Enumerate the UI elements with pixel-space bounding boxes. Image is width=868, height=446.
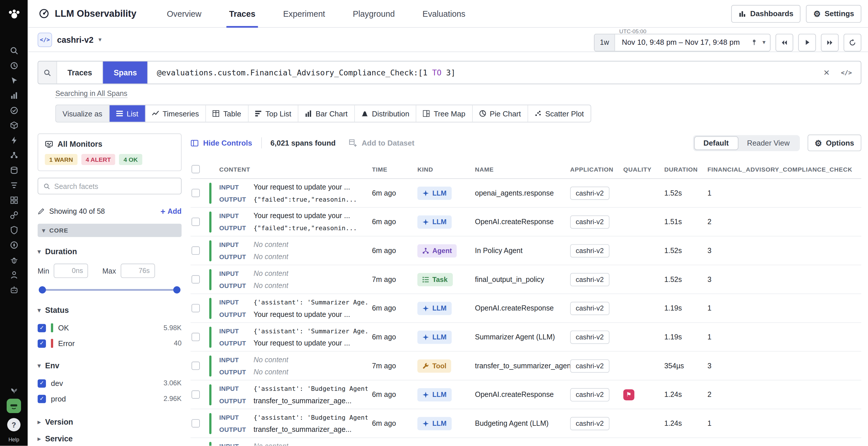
facet-group-core[interactable]: ▾ CORE	[37, 224, 181, 237]
table-row[interactable]: INPUT {'assistant': 'Budgeting Agent'} O…	[190, 380, 861, 409]
content-cell[interactable]: INPUT {'assistant': 'Budgeting Agent'} O…	[219, 382, 372, 407]
tab-evaluations[interactable]: Evaluations	[409, 0, 479, 27]
content-cell[interactable]: INPUT Your request to update your ... OU…	[219, 210, 372, 234]
facet-status-ok[interactable]: ✓ OK 5.98K	[37, 320, 181, 336]
column-kind[interactable]: KIND	[417, 166, 475, 173]
pin-icon[interactable]	[751, 39, 758, 46]
span-name[interactable]: final_output_in_policy	[475, 275, 570, 284]
dashboards-button[interactable]: Dashboards	[732, 5, 801, 22]
quality-flag-icon[interactable]: ⚑	[623, 389, 634, 400]
span-name[interactable]: OpenAI.createResponse	[475, 304, 570, 312]
kind-badge[interactable]: LLM	[417, 302, 451, 315]
monitor-ok-badge[interactable]: 4 OK	[119, 154, 142, 165]
rail-cursor-icon[interactable]	[9, 76, 19, 86]
rail-bug-icon[interactable]	[9, 255, 19, 265]
rail-apm-icon[interactable]	[9, 210, 19, 220]
add-to-dataset-button[interactable]: Add to Dataset	[349, 139, 414, 147]
rail-dashboards-icon[interactable]	[9, 240, 19, 250]
time-range-picker[interactable]: 1w Nov 10, 9:48 pm – Nov 17, 9:48 pm ▾	[594, 33, 770, 51]
time-play-button[interactable]	[798, 33, 816, 51]
row-checkbox[interactable]	[191, 217, 200, 226]
row-checkbox[interactable]	[191, 333, 200, 341]
table-row[interactable]: INPUT No content OUTPUT No content 7m ag…	[190, 352, 861, 380]
kind-badge[interactable]: Task	[417, 273, 453, 286]
viz-option-timeseries[interactable]: Timeseries	[146, 105, 206, 122]
rail-service-mgmt-icon[interactable]	[9, 270, 19, 279]
select-all-checkbox[interactable]	[191, 165, 200, 173]
viz-option-bar-chart[interactable]: Bar Chart	[299, 105, 355, 122]
user-avatar[interactable]	[7, 398, 21, 413]
kind-badge[interactable]: Agent	[417, 244, 457, 257]
rail-usage-icon[interactable]	[9, 166, 19, 175]
span-name[interactable]: In Policy Agent	[475, 246, 570, 255]
facet-status-header[interactable]: ▾ Status	[37, 306, 181, 315]
application-selector[interactable]: </> cashri-v2 ▾	[37, 32, 101, 47]
settings-button[interactable]: ⚙ Settings	[806, 5, 861, 22]
table-row[interactable]: INPUT Your request to update your ... OU…	[190, 208, 861, 237]
options-button[interactable]: ⚙ Options	[807, 135, 861, 151]
rail-lightning-icon[interactable]	[9, 136, 19, 145]
query-code-icon[interactable]: </>	[841, 69, 852, 76]
column-application[interactable]: APPLICATION	[570, 166, 623, 173]
rail-history-icon[interactable]	[9, 61, 19, 70]
tab-overview[interactable]: Overview	[153, 0, 215, 27]
kind-badge[interactable]: LLM	[417, 417, 451, 430]
facet-env-header[interactable]: ▾ Env	[37, 361, 181, 370]
span-name[interactable]: Summarizer Agent (LLM)	[475, 333, 570, 341]
rail-integrations-icon[interactable]	[9, 121, 19, 130]
viz-option-pie-chart[interactable]: Pie Chart	[473, 105, 528, 122]
time-preset-chip[interactable]: 1w	[594, 34, 615, 51]
application-pill[interactable]: cashri-v2	[570, 388, 610, 401]
application-pill[interactable]: cashri-v2	[570, 186, 610, 200]
column-time[interactable]: TIME	[372, 166, 417, 173]
rail-infrastructure-icon[interactable]	[9, 196, 19, 205]
tab-experiment[interactable]: Experiment	[270, 0, 339, 27]
content-cell[interactable]: INPUT {'assistant': 'Summarizer Age... O…	[219, 325, 372, 349]
span-name[interactable]: OpenAI.createResponse	[475, 390, 570, 398]
viz-option-list[interactable]: List	[110, 105, 146, 122]
table-row[interactable]: INPUT {'assistant': 'Summarizer Age... O…	[190, 294, 861, 323]
duration-max-input[interactable]	[120, 263, 155, 278]
facet-env-dev[interactable]: ✓ dev 3.06K	[37, 376, 181, 391]
facet-env-prod[interactable]: ✓ prod 2.96K	[37, 391, 181, 407]
search-tab-traces[interactable]: Traces	[57, 62, 103, 84]
column-name[interactable]: NAME	[475, 166, 570, 173]
rail-logs-icon[interactable]	[9, 181, 19, 190]
facet-status-error[interactable]: ✓ Error 40	[37, 336, 181, 351]
checkbox-checked[interactable]: ✓	[37, 339, 46, 348]
help-icon[interactable]: ?	[7, 418, 21, 431]
slider-handle-max[interactable]	[173, 286, 181, 294]
kind-badge[interactable]: LLM	[417, 215, 451, 229]
view-default-button[interactable]: Default	[694, 136, 738, 150]
tab-playground[interactable]: Playground	[339, 0, 409, 27]
content-cell[interactable]: INPUT Your request to update your ... OU…	[219, 181, 372, 205]
search-tab-spans[interactable]: Spans	[103, 62, 148, 84]
row-checkbox[interactable]	[191, 362, 200, 370]
column-duration[interactable]: DURATION	[664, 166, 708, 173]
row-checkbox[interactable]	[191, 390, 200, 398]
rail-bits-ai-icon[interactable]	[9, 384, 19, 394]
application-pill[interactable]: cashri-v2	[570, 330, 610, 344]
checkbox-checked[interactable]: ✓	[37, 394, 46, 403]
checkbox-checked[interactable]: ✓	[37, 379, 46, 387]
table-row[interactable]: INPUT No content OUTPUT No content 6m ag…	[190, 237, 861, 265]
time-forward-button[interactable]	[821, 33, 839, 51]
application-pill[interactable]: cashri-v2	[570, 359, 610, 372]
row-checkbox[interactable]	[191, 275, 200, 284]
viz-option-scatter-plot[interactable]: Scatter Plot	[528, 105, 590, 122]
content-cell[interactable]: INPUT No content OUTPUT No content	[219, 354, 372, 378]
checkbox-checked[interactable]: ✓	[37, 324, 46, 332]
rail-search-icon[interactable]	[9, 46, 19, 56]
span-name[interactable]: transfer_to_summarizer_agent	[475, 362, 570, 370]
facet-duration-header[interactable]: ▾ Duration	[37, 247, 181, 256]
content-cell[interactable]: INPUT {'assistant': 'Budgeting Agent'} O…	[219, 411, 372, 435]
refresh-icon[interactable]	[844, 33, 861, 51]
facet-search-input[interactable]	[54, 182, 176, 190]
application-pill[interactable]: cashri-v2	[570, 244, 610, 257]
rail-llm-observability-icon[interactable]	[9, 285, 19, 295]
facet-service-header[interactable]: ▸ Service	[37, 434, 181, 443]
table-row[interactable]: INPUT No content OUTPUT No content 7m ag…	[190, 438, 861, 446]
table-row[interactable]: INPUT {'assistant': 'Budgeting Agent'} O…	[190, 409, 861, 438]
rail-security-icon[interactable]	[9, 225, 19, 235]
slider-track[interactable]	[42, 289, 177, 291]
